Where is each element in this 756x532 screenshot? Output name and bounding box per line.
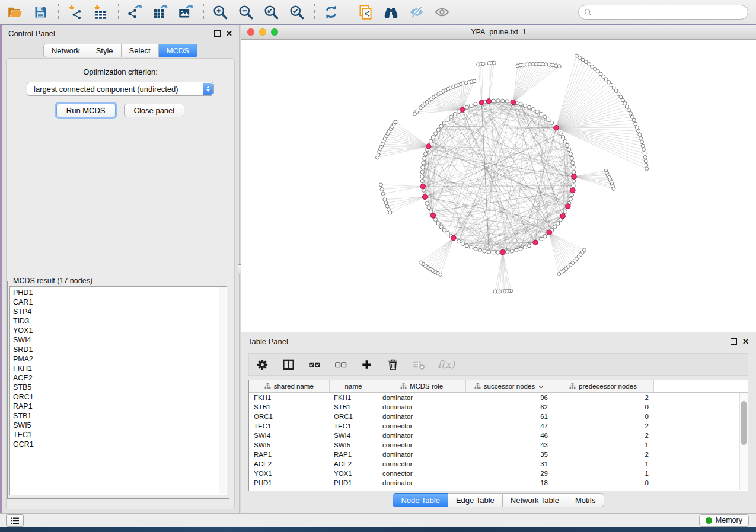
mcds-result-list[interactable]: PHD1CAR1STP4TID3YOX1SWI4SRD1PMA2FKH1ACE2… [9, 286, 227, 495]
column-header-successor-nodes[interactable]: successor nodes [465, 380, 553, 393]
mcds-result-item[interactable]: PMA2 [13, 354, 218, 364]
show-all-button[interactable] [433, 4, 451, 21]
table-cell: 18 [465, 478, 553, 488]
mcds-result-item[interactable]: ACE2 [13, 373, 218, 383]
mcds-result-item[interactable]: STP4 [13, 307, 218, 316]
mcds-result-item[interactable]: YOX1 [13, 326, 218, 335]
function-builder-icon: f(x) [438, 358, 455, 370]
tab-select[interactable]: Select [122, 44, 159, 57]
table-row[interactable]: RAP1RAP1dominator352 [249, 450, 748, 459]
column-header-predecessor-nodes[interactable]: predecessor nodes [553, 380, 653, 393]
refresh-view-button[interactable] [322, 4, 340, 21]
export-image-button[interactable] [177, 4, 194, 21]
optimization-criterion-label: Optimization criterion: [7, 68, 234, 76]
zoom-window-light[interactable] [271, 28, 278, 36]
table-row[interactable]: ORC1ORC1dominator610 [249, 412, 748, 421]
deselect-all-rows-button[interactable] [333, 357, 347, 371]
table-settings-button[interactable] [255, 357, 269, 371]
tab-node-table[interactable]: Node Table [393, 493, 448, 507]
tab-edge-table[interactable]: Edge Table [448, 493, 503, 507]
import-network-icon [67, 4, 83, 20]
select-all-rows-button[interactable] [307, 357, 321, 371]
zoom-out-icon [238, 4, 254, 20]
float-window-icon[interactable] [214, 30, 221, 37]
search-box[interactable] [578, 5, 748, 20]
close-panel-button[interactable]: Close panel [124, 104, 185, 117]
tab-network-table[interactable]: Network Table [503, 493, 567, 507]
mcds-result-item[interactable]: FKH1 [13, 364, 218, 373]
mcds-result-item[interactable]: SWI5 [13, 421, 218, 430]
column-header-shared-name[interactable]: shared name [249, 380, 329, 393]
clone-network-icon [358, 4, 374, 20]
column-layout-button[interactable] [281, 357, 295, 371]
list-scrollbar-track[interactable] [219, 287, 226, 494]
close-panel-icon[interactable]: ✕ [742, 338, 749, 345]
search-input[interactable] [593, 6, 748, 19]
float-window-icon[interactable] [731, 338, 737, 345]
table-row[interactable]: STB1STB1dominator620 [249, 402, 748, 412]
mcds-result-item[interactable]: SWI4 [13, 335, 218, 345]
table-header-row: shared namenameMCDS rolesuccessor nodesp… [249, 380, 748, 393]
mcds-result-item[interactable]: TID3 [13, 316, 218, 326]
table-cell: RAP1 [329, 450, 378, 459]
table-row[interactable]: SWI5SWI5connector431 [249, 440, 748, 450]
table-cell: TEC1 [329, 421, 378, 431]
network-window-title: YPA_prune.txt_1 [471, 28, 527, 36]
import-table-button[interactable] [91, 4, 109, 21]
zoom-out-button[interactable] [237, 4, 254, 21]
optimization-criterion-dropdown[interactable]: largest connected component (undirected) [27, 82, 214, 96]
table-cell: YOX1 [249, 469, 329, 478]
table-cell: dominator [378, 402, 465, 412]
table-cell-empty [653, 421, 748, 431]
table-scrollbar-track[interactable] [739, 393, 748, 490]
table-scrollbar-thumb[interactable] [741, 401, 747, 445]
export-table-button[interactable] [151, 4, 169, 21]
deselect-all-rows-icon [334, 358, 347, 371]
mcds-result-item[interactable]: TEC1 [13, 430, 218, 440]
mcds-result-item[interactable]: RAP1 [13, 402, 218, 411]
refresh-view-icon [323, 4, 339, 20]
table-row[interactable]: SWI4SWI4dominator462 [249, 431, 748, 440]
table-row[interactable]: PHD1PHD1dominator180 [249, 478, 748, 488]
mcds-result-item[interactable]: STB1 [13, 411, 218, 421]
table-row[interactable]: YOX1YOX1connector291 [249, 469, 748, 478]
export-network-button[interactable] [126, 4, 143, 21]
hide-selected-button[interactable] [407, 4, 425, 21]
network-graph[interactable] [241, 40, 756, 332]
zoom-fit-button[interactable] [262, 4, 280, 21]
save-session-button[interactable] [31, 4, 49, 21]
mcds-result-item[interactable]: ORC1 [13, 392, 218, 402]
table-row[interactable]: TEC1TEC1connector472 [249, 421, 748, 431]
table-row[interactable]: ACE2ACE2connector311 [249, 459, 748, 469]
memory-button[interactable]: Memory [699, 514, 749, 527]
table-cell: 1 [553, 469, 653, 478]
mcds-result-item[interactable]: STB5 [13, 383, 218, 392]
save-session-icon [33, 4, 49, 20]
delete-column-button[interactable] [385, 357, 400, 371]
clone-network-button[interactable] [356, 4, 374, 21]
table-row[interactable]: FKH1FKH1dominator962 [249, 393, 748, 403]
table-cell: STB1 [249, 402, 329, 412]
column-header-mcds-role[interactable]: MCDS role [378, 380, 465, 393]
close-window-light[interactable] [247, 28, 254, 36]
mcds-result-item[interactable]: CAR1 [13, 297, 218, 307]
task-history-button[interactable] [6, 514, 24, 527]
run-mcds-button[interactable]: Run MCDS [56, 104, 116, 117]
tab-mcds[interactable]: MCDS [159, 44, 197, 57]
close-panel-icon[interactable]: ✕ [226, 30, 232, 37]
mcds-result-item[interactable]: SRD1 [13, 345, 218, 354]
open-file-button[interactable] [6, 4, 24, 21]
import-network-button[interactable] [66, 4, 84, 21]
add-column-button[interactable] [359, 357, 374, 371]
tab-network[interactable]: Network [43, 44, 88, 57]
tab-style[interactable]: Style [88, 44, 122, 57]
zoom-in-button[interactable] [211, 4, 229, 21]
minimize-window-light[interactable] [259, 28, 266, 36]
mcds-result-item[interactable]: GCR1 [13, 440, 218, 449]
column-header-name[interactable]: name [329, 380, 378, 393]
mcds-result-item[interactable]: PHD1 [13, 288, 218, 297]
find-network-button[interactable] [382, 4, 400, 21]
desktop-bottom-strip [0, 527, 756, 532]
tab-motifs[interactable]: Motifs [567, 493, 604, 507]
zoom-selected-button[interactable] [288, 4, 305, 21]
